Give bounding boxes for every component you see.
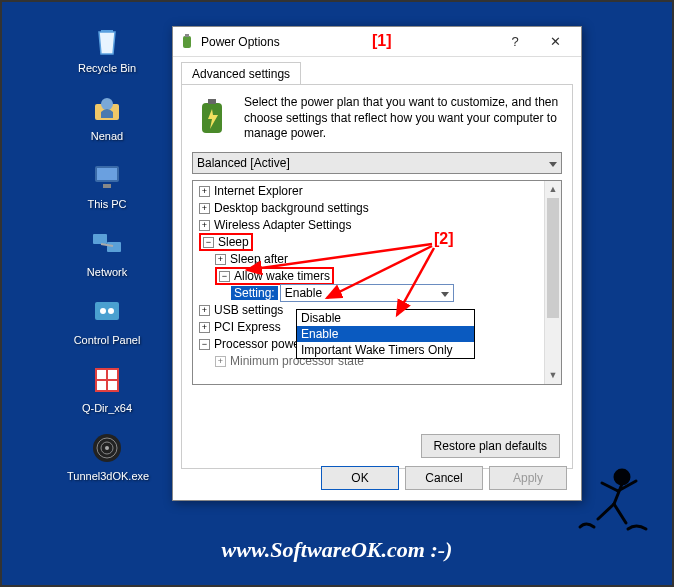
- tree-item-wireless[interactable]: + Wireless Adapter Settings: [195, 217, 559, 234]
- recycle-bin-icon: [87, 20, 127, 60]
- chevron-down-icon: [441, 286, 449, 300]
- footer-watermark: www.SoftwareOK.com :-): [2, 537, 672, 563]
- icon-label: Recycle Bin: [67, 62, 147, 74]
- desktop-icon-user[interactable]: Nenad: [67, 88, 147, 142]
- tree-item-setting[interactable]: Setting: Enable: [195, 285, 559, 302]
- svg-point-1: [101, 98, 113, 110]
- qdir-icon: [87, 360, 127, 400]
- setting-combobox[interactable]: Enable: [280, 284, 454, 302]
- tab-strip: Advanced settings: [173, 57, 581, 84]
- expand-icon[interactable]: +: [199, 186, 210, 197]
- help-button[interactable]: ?: [495, 28, 535, 56]
- svg-rect-26: [208, 99, 216, 104]
- annotation-marker-2: [2]: [434, 230, 454, 248]
- tree-scrollbar[interactable]: ▲ ▼: [544, 181, 561, 384]
- scroll-up-icon[interactable]: ▲: [545, 181, 561, 198]
- battery-icon: [192, 95, 234, 137]
- power-plan-select[interactable]: Balanced [Active]: [192, 152, 562, 174]
- intro-text: Select the power plan that you want to c…: [244, 95, 562, 142]
- svg-point-10: [108, 308, 114, 314]
- dialog-button-row: OK Cancel Apply: [321, 466, 567, 490]
- expand-icon[interactable]: +: [199, 305, 210, 316]
- svg-rect-14: [97, 381, 106, 390]
- desktop-icon-network[interactable]: Network: [67, 224, 147, 278]
- expand-icon[interactable]: +: [215, 356, 226, 367]
- restore-defaults-button[interactable]: Restore plan defaults: [421, 434, 560, 458]
- power-options-dialog: Power Options ? ✕ Advanced settings Sele…: [172, 26, 582, 501]
- annotation-marker-1: [1]: [372, 32, 392, 50]
- settings-tree: + Internet Explorer + Desktop background…: [192, 180, 562, 385]
- svg-rect-15: [108, 381, 117, 390]
- scroll-thumb[interactable]: [547, 198, 559, 318]
- dialog-title: Power Options: [201, 35, 280, 49]
- tunnel3d-icon: [87, 428, 127, 468]
- collapse-icon[interactable]: −: [199, 339, 210, 350]
- svg-rect-13: [108, 370, 117, 379]
- tree-item-sleep[interactable]: − Sleep: [195, 234, 559, 251]
- cancel-button[interactable]: Cancel: [405, 466, 483, 490]
- expand-icon[interactable]: +: [199, 203, 210, 214]
- svg-rect-8: [95, 302, 119, 320]
- svg-rect-12: [97, 370, 106, 379]
- desktop-icon-recycle-bin[interactable]: Recycle Bin: [67, 20, 147, 74]
- collapse-icon[interactable]: −: [203, 237, 214, 248]
- tree-item-allow-wake-timers[interactable]: − Allow wake timers: [195, 268, 559, 285]
- icon-label: Q-Dir_x64: [67, 402, 147, 414]
- power-options-icon: [179, 34, 195, 50]
- dropdown-option-important[interactable]: Important Wake Timers Only: [297, 342, 474, 358]
- dropdown-option-enable[interactable]: Enable: [297, 326, 474, 342]
- plan-value: Balanced [Active]: [197, 156, 290, 170]
- tab-content: Select the power plan that you want to c…: [181, 84, 573, 469]
- svg-rect-4: [103, 184, 111, 188]
- setting-label: Setting:: [231, 286, 278, 300]
- user-folder-icon: [87, 88, 127, 128]
- apply-button[interactable]: Apply: [489, 466, 567, 490]
- expand-icon[interactable]: +: [199, 220, 210, 231]
- control-panel-icon: [87, 292, 127, 332]
- tab-advanced-settings[interactable]: Advanced settings: [181, 62, 301, 85]
- icon-label: Nenad: [67, 130, 147, 142]
- icon-label: Tunnel3dOK.exe: [67, 470, 147, 482]
- svg-point-27: [615, 470, 629, 484]
- dropdown-option-disable[interactable]: Disable: [297, 310, 474, 326]
- svg-line-29: [598, 504, 614, 519]
- close-button[interactable]: ✕: [535, 28, 575, 56]
- svg-rect-6: [107, 242, 121, 252]
- desktop-icon-qdir[interactable]: Q-Dir_x64: [67, 360, 147, 414]
- svg-rect-3: [97, 168, 117, 180]
- intro-block: Select the power plan that you want to c…: [192, 95, 562, 142]
- tree-item-desktop-bg[interactable]: + Desktop background settings: [195, 200, 559, 217]
- ok-button[interactable]: OK: [321, 466, 399, 490]
- network-icon: [87, 224, 127, 264]
- svg-rect-5: [93, 234, 107, 244]
- tree-item-ie[interactable]: + Internet Explorer: [195, 183, 559, 200]
- watermark-figure-icon: [574, 459, 654, 539]
- svg-rect-24: [185, 34, 189, 37]
- tree-item-sleep-after[interactable]: + Sleep after: [195, 251, 559, 268]
- desktop-icon-control-panel[interactable]: Control Panel: [67, 292, 147, 346]
- desktop-icon-this-pc[interactable]: This PC: [67, 156, 147, 210]
- svg-point-19: [105, 446, 109, 450]
- icon-label: Network: [67, 266, 147, 278]
- icon-label: This PC: [67, 198, 147, 210]
- svg-line-28: [614, 484, 622, 504]
- pc-icon: [87, 156, 127, 196]
- expand-icon[interactable]: +: [215, 254, 226, 265]
- chevron-down-icon: [549, 156, 557, 170]
- svg-line-30: [614, 504, 626, 523]
- svg-line-31: [602, 483, 618, 491]
- setting-dropdown-list: Disable Enable Important Wake Timers Onl…: [296, 309, 475, 359]
- desktop-icon-tunnel3d[interactable]: Tunnel3dOK.exe: [67, 428, 147, 482]
- collapse-icon[interactable]: −: [219, 271, 230, 282]
- icon-label: Control Panel: [67, 334, 147, 346]
- svg-rect-23: [183, 36, 191, 48]
- svg-point-9: [100, 308, 106, 314]
- expand-icon[interactable]: +: [199, 322, 210, 333]
- scroll-down-icon[interactable]: ▼: [545, 367, 561, 384]
